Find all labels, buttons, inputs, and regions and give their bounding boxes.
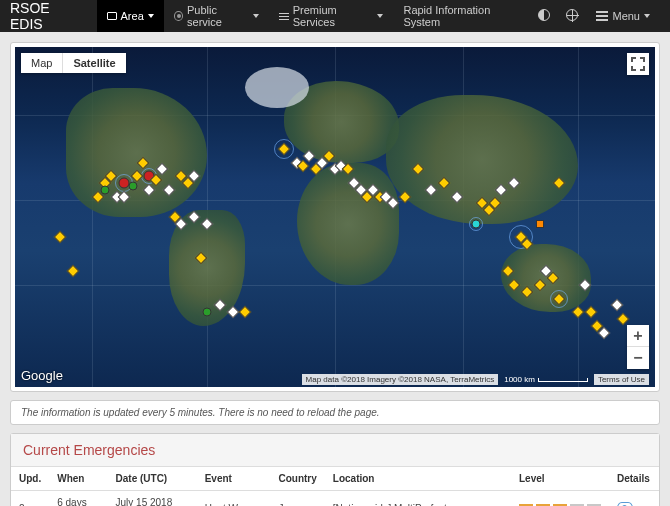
map-attribution: Map data ©2018 Imagery ©2018 NASA, Terra… — [302, 374, 649, 385]
col-details[interactable]: Details — [609, 467, 659, 491]
cell-location: [Nation-wide] MultiPrefectures — [325, 491, 511, 507]
globe-icon — [566, 9, 578, 21]
nav-public-service[interactable]: Public service — [164, 0, 269, 32]
cell-country: Japan — [270, 491, 324, 507]
cell-upd: 2 — [11, 491, 49, 507]
col-when[interactable]: When — [49, 467, 107, 491]
world-map[interactable]: Map Satellite + − Google Map data ©2018 … — [15, 47, 655, 387]
emergencies-panel: Current Emergencies Upd.WhenDate (UTC)Ev… — [10, 433, 660, 506]
adjust-icon — [538, 9, 550, 21]
fullscreen-button[interactable] — [627, 53, 649, 75]
col-upd-[interactable]: Upd. — [11, 467, 49, 491]
event-marker[interactable] — [100, 185, 109, 194]
col-level[interactable]: Level — [511, 467, 609, 491]
fullscreen-icon — [631, 57, 645, 71]
cell-event: Heat Wave — [197, 491, 271, 507]
language-button[interactable] — [558, 9, 586, 24]
event-marker[interactable] — [610, 299, 623, 312]
col-date-utc-[interactable]: Date (UTC) — [108, 467, 197, 491]
event-marker[interactable] — [471, 219, 480, 228]
event-marker[interactable] — [66, 265, 79, 278]
event-marker[interactable] — [617, 313, 630, 326]
eye-icon — [174, 11, 183, 21]
event-marker[interactable] — [585, 306, 598, 319]
list-icon — [279, 11, 289, 22]
nav-premium-services[interactable]: Premium Services — [269, 0, 394, 32]
zoom-control: + − — [627, 325, 649, 369]
cell-when: 6 days ago. — [49, 491, 107, 507]
col-location[interactable]: Location — [325, 467, 511, 491]
cell-level — [511, 491, 609, 507]
view-details-icon[interactable] — [617, 502, 631, 506]
menu-button[interactable]: Menu — [586, 0, 660, 32]
update-notice: The information is updated every 5 minut… — [10, 400, 660, 425]
col-country[interactable]: Country — [270, 467, 324, 491]
map-provider-logo: Google — [21, 368, 63, 383]
brand: RSOE EDIS — [10, 0, 81, 32]
cell-details — [609, 491, 659, 507]
nav-rapid-info[interactable]: Rapid Information System — [393, 0, 530, 32]
event-marker[interactable] — [203, 308, 212, 317]
scale-bar — [538, 378, 588, 382]
menu-icon — [596, 9, 608, 23]
zoom-in-button[interactable]: + — [627, 325, 649, 347]
event-marker[interactable] — [239, 306, 252, 319]
map-type-map[interactable]: Map — [21, 53, 63, 73]
navbar: RSOE EDIS Area Public service Premium Se… — [0, 0, 670, 32]
emergencies-heading: Current Emergencies — [11, 434, 659, 467]
terms-link[interactable]: Terms of Use — [594, 374, 649, 385]
table-row: 26 days ago.July 15 2018 10:56 AMHeat Wa… — [11, 491, 659, 507]
map-panel: Map Satellite + − Google Map data ©2018 … — [10, 42, 660, 392]
zoom-out-button[interactable]: − — [627, 347, 649, 369]
col-event[interactable]: Event — [197, 467, 271, 491]
event-marker[interactable] — [53, 231, 66, 244]
map-type-control: Map Satellite — [21, 53, 126, 73]
event-marker[interactable] — [536, 220, 544, 228]
emergencies-table: Upd.WhenDate (UTC)EventCountryLocationLe… — [11, 467, 659, 506]
cell-date: July 15 2018 10:56 AM — [108, 491, 197, 507]
event-marker[interactable] — [129, 182, 138, 191]
map-copyright: Map data ©2018 Imagery ©2018 NASA, Terra… — [302, 374, 499, 385]
nav-area[interactable]: Area — [97, 0, 164, 32]
map-type-satellite[interactable]: Satellite — [63, 53, 125, 73]
event-marker[interactable] — [118, 178, 129, 189]
contrast-button[interactable] — [530, 9, 558, 24]
map-icon — [107, 12, 117, 20]
